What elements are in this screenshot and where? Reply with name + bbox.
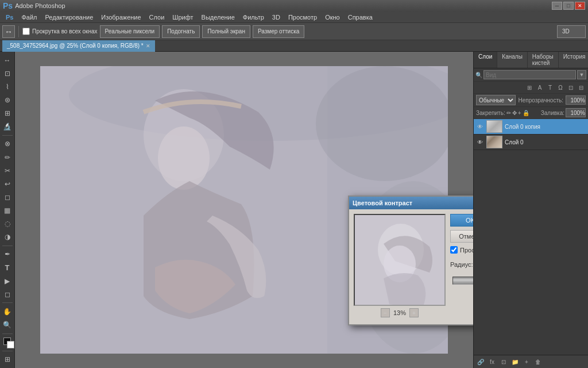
layers-icon-6[interactable]: ⊟ xyxy=(577,83,586,92)
marquee-tool[interactable]: ⊡ xyxy=(1,67,14,79)
menu-type[interactable]: Шрифт xyxy=(169,13,196,21)
path-select-tool[interactable]: ▶ xyxy=(1,275,14,287)
layers-icon-2[interactable]: A xyxy=(535,83,544,92)
blur-tool[interactable]: ◌ xyxy=(1,218,14,230)
radius-slider[interactable] xyxy=(452,277,473,285)
layer-search-row: 🔍 ▼ xyxy=(474,68,588,82)
move-tool-icon[interactable]: ↔ xyxy=(2,25,15,38)
zoom-out-button[interactable]: − xyxy=(381,308,390,317)
menu-help[interactable]: Справка xyxy=(345,13,376,21)
layer-thumbnail-copy xyxy=(486,120,502,133)
foreground-background-color[interactable] xyxy=(1,336,14,348)
fill-label: Заливка: xyxy=(541,110,564,116)
tab-layers[interactable]: Слои xyxy=(474,52,497,68)
minimize-button[interactable]: ─ xyxy=(552,2,562,10)
document-tab[interactable]: _508_34752964.jpg @ 25% (Слой 0 копия, R… xyxy=(2,40,155,52)
close-button[interactable]: ✕ xyxy=(575,2,585,10)
layer-visibility-copy[interactable]: 👁 xyxy=(476,122,484,131)
layer-visibility-base[interactable]: 👁 xyxy=(476,138,484,146)
link-layers-icon[interactable]: 🔗 xyxy=(476,357,485,366)
canvas-area[interactable]: Цветовой контраст ✕ xyxy=(15,52,473,368)
filter-icon[interactable]: ▼ xyxy=(577,70,586,79)
scroll-all-checkbox[interactable] xyxy=(22,28,30,35)
pen-tool[interactable]: ✒ xyxy=(1,248,14,260)
radius-slider-row xyxy=(450,275,473,287)
toolbar: ↔ Прокрутка во всех окнах Реальные пиксе… xyxy=(0,23,588,40)
shape-tool[interactable]: ◻ xyxy=(1,288,14,300)
dialog-title: Цветовой контраст xyxy=(353,200,412,206)
layers-icon-4[interactable]: Ω xyxy=(556,83,565,92)
layers-icon-1[interactable]: ⊞ xyxy=(525,83,534,92)
zoom-tool[interactable]: 🔍 xyxy=(1,319,14,331)
fit-screen-button[interactable]: Подогнать xyxy=(162,25,200,38)
maximize-button[interactable]: □ xyxy=(563,2,574,10)
search-icon: 🔍 xyxy=(475,72,482,78)
menu-filter[interactable]: Фильтр xyxy=(239,13,268,21)
lasso-tool[interactable]: ⌇ xyxy=(1,80,14,93)
menu-edit[interactable]: Редактирование xyxy=(42,13,97,21)
main-area: ↔ ⊡ ⌇ ⊛ ⊞ 🔬 ⊗ ✏ ✂ ↩ ◻ ▦ ◌ ◑ ✒ T ▶ ◻ ✋ 🔍 … xyxy=(0,52,588,368)
layer-item-copy[interactable]: 👁 Слой 0 копия xyxy=(474,119,588,135)
crop-tool[interactable]: ⊞ xyxy=(1,108,14,120)
move-tool[interactable]: ↔ xyxy=(1,54,14,66)
layer-item-base[interactable]: 👁 Слой 0 xyxy=(474,135,588,150)
lock-paint-icon[interactable]: ✏ xyxy=(506,110,511,116)
layers-spacer xyxy=(474,150,588,355)
toolbar-right: 3D xyxy=(557,25,586,38)
actual-pixels-button[interactable]: Реальные пиксели xyxy=(100,25,160,38)
tab-channels[interactable]: Каналы xyxy=(497,52,528,68)
tab-history[interactable]: История xyxy=(559,52,588,68)
new-layer-icon[interactable]: + xyxy=(522,357,531,366)
hand-tool[interactable]: ✋ xyxy=(1,305,14,317)
delete-layer-icon[interactable]: 🗑 xyxy=(533,357,543,366)
add-mask-icon[interactable]: ⊡ xyxy=(499,357,508,366)
tab-brushes[interactable]: Наборы кистей xyxy=(528,52,559,68)
menu-select[interactable]: Выделение xyxy=(198,13,238,21)
doc-tab-close[interactable]: ✕ xyxy=(146,43,150,49)
clone-tool[interactable]: ✂ xyxy=(1,164,14,177)
brush-tool[interactable]: ✏ xyxy=(1,151,14,163)
preview-checkbox[interactable] xyxy=(450,246,458,254)
layers-panel: 🔍 ▼ ⊞ A T Ω ⊡ ⊟ Обычные Непрозрачность: xyxy=(474,68,588,368)
menu-file[interactable]: Файл xyxy=(18,13,40,21)
layers-icon-3[interactable]: T xyxy=(546,83,555,92)
menu-layers[interactable]: Слои xyxy=(146,13,168,21)
dialog-controls: OK Отмена Просмотр Радиус: Пикселы xyxy=(450,214,473,320)
ok-button[interactable]: OK xyxy=(450,214,473,227)
new-group-icon[interactable]: 📁 xyxy=(510,357,520,366)
high-pass-dialog[interactable]: Цветовой контраст ✕ xyxy=(348,195,473,325)
spot-heal-tool[interactable]: ⊗ xyxy=(1,138,14,150)
toolbox-sep-3 xyxy=(2,302,13,303)
quick-mask-toggle[interactable]: ⊞ xyxy=(1,354,14,366)
dodge-tool[interactable]: ◑ xyxy=(1,231,14,243)
doc-tab-label: _508_34752964.jpg @ 25% (Слой 0 копия, R… xyxy=(7,43,144,49)
menu-view[interactable]: Просмотр xyxy=(285,13,320,21)
preview-inner xyxy=(355,215,444,305)
blend-mode-select[interactable]: Обычные xyxy=(476,95,516,105)
menu-3d[interactable]: 3D xyxy=(269,13,284,21)
3d-toolbar[interactable]: 3D xyxy=(557,25,586,38)
zoom-in-button[interactable]: + xyxy=(409,308,419,317)
menu-ps[interactable]: Ps xyxy=(2,13,17,21)
quick-select-tool[interactable]: ⊛ xyxy=(1,94,14,106)
dialog-titlebar: Цветовой контраст ✕ xyxy=(349,197,473,209)
zoom-percentage: 13% xyxy=(393,309,406,316)
opacity-input[interactable] xyxy=(566,95,586,105)
add-style-icon[interactable]: fx xyxy=(488,357,497,366)
lock-all-icon[interactable]: 🔒 xyxy=(523,110,529,116)
print-size-button[interactable]: Размер оттиска xyxy=(253,25,304,38)
lock-move-icon[interactable]: ✥ xyxy=(512,110,517,116)
gradient-tool[interactable]: ▦ xyxy=(1,205,14,217)
menu-image[interactable]: Изображение xyxy=(98,13,144,21)
eraser-tool[interactable]: ◻ xyxy=(1,191,14,203)
type-tool[interactable]: T xyxy=(1,262,14,274)
fill-input[interactable] xyxy=(566,108,586,117)
full-screen-button[interactable]: Полный экран xyxy=(202,25,250,38)
history-brush-tool[interactable]: ↩ xyxy=(1,178,14,190)
eyedropper-tool[interactable]: 🔬 xyxy=(1,121,14,133)
layer-search-input[interactable] xyxy=(483,70,576,79)
lock-artboard-icon[interactable]: + xyxy=(518,110,521,116)
layers-icon-5[interactable]: ⊡ xyxy=(566,83,575,92)
menu-window[interactable]: Окно xyxy=(322,13,343,21)
cancel-button[interactable]: Отмена xyxy=(450,230,473,243)
